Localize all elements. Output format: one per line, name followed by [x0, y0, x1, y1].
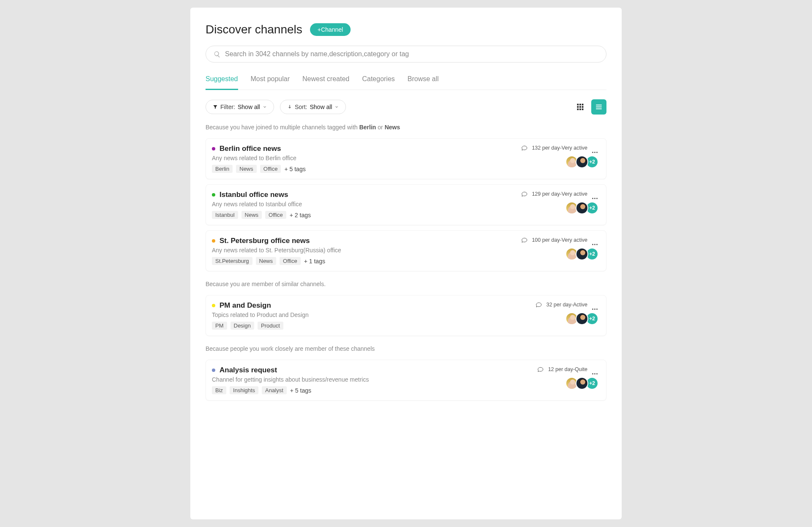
header: Discover channels +Channel	[206, 23, 606, 36]
channel-description: Any news related to Istanbul office	[212, 201, 521, 208]
channel-card[interactable]: PM and DesignTopics related to Product a…	[206, 295, 606, 336]
filter-button[interactable]: Filter: Show all	[206, 100, 274, 114]
channel-title: Istanbul office news	[219, 191, 288, 199]
grid-view-button[interactable]	[573, 99, 588, 115]
channel-title: Analysis request	[219, 366, 277, 374]
avatar	[576, 248, 588, 260]
comment-icon	[521, 145, 528, 151]
tab-newest-created[interactable]: Newest created	[302, 72, 349, 90]
comment-icon	[537, 366, 544, 373]
tag[interactable]: Office	[280, 257, 301, 265]
member-avatars[interactable]: +2	[565, 377, 598, 390]
tag[interactable]: PM	[212, 322, 227, 330]
svg-rect-3	[577, 106, 579, 108]
tags-row: IstanbulNewsOffice+ 2 tags	[212, 211, 521, 219]
more-options-button[interactable]	[592, 193, 598, 195]
tags-row: PMDesignProduct	[212, 322, 522, 330]
tab-suggested[interactable]: Suggested	[206, 72, 238, 90]
channel-description: Any news related to St. Petersburg(Russi…	[212, 247, 521, 254]
tab-most-popular[interactable]: Most popular	[251, 72, 290, 90]
list-view-button[interactable]	[591, 99, 606, 115]
sort-arrow-down-icon	[287, 104, 292, 109]
tag[interactable]: St.Petersburg	[212, 257, 252, 265]
channel-color-dot	[212, 239, 215, 243]
reason-term: News	[384, 124, 400, 131]
comment-icon	[521, 237, 528, 243]
chevron-down-icon	[335, 105, 339, 109]
tag[interactable]: Product	[258, 322, 283, 330]
channel-meta: 32 per day-Active+2	[522, 301, 598, 330]
tag[interactable]: Inshights	[230, 386, 258, 394]
tab-browse-all[interactable]: Browse all	[408, 72, 439, 90]
svg-rect-5	[582, 106, 584, 108]
channel-title: PM and Design	[219, 301, 271, 310]
activity-row: 129 per day-Very active	[521, 191, 598, 197]
svg-rect-7	[579, 109, 581, 110]
tab-categories[interactable]: Categories	[362, 72, 395, 90]
tag[interactable]: Analyst	[262, 386, 287, 394]
member-avatars[interactable]: +2	[565, 312, 598, 325]
chevron-down-icon	[263, 105, 267, 109]
tags-row: St.PetersburgNewsOffice+ 1 tags	[212, 257, 521, 265]
tags-row: BizInshightsAnalyst+ 5 tags	[212, 386, 522, 394]
channel-meta: 129 per day-Very active+2	[521, 191, 598, 219]
activity-text: 12 per day-Quite	[548, 366, 587, 372]
list-icon	[595, 103, 603, 111]
more-options-button[interactable]	[592, 304, 598, 306]
channel-main: St. Petersburg office newsAny news relat…	[212, 237, 521, 265]
section-reason: Because you have joined to multiple chan…	[206, 124, 606, 131]
svg-rect-4	[579, 106, 581, 108]
channel-main: Istanbul office newsAny news related to …	[212, 191, 521, 219]
tag[interactable]: News	[236, 165, 257, 173]
svg-rect-1	[579, 104, 581, 106]
channel-color-dot	[212, 147, 215, 150]
add-channel-button[interactable]: +Channel	[310, 23, 351, 36]
sort-button[interactable]: Sort: Show all	[280, 100, 346, 114]
more-options-button[interactable]	[592, 369, 598, 370]
channel-card[interactable]: Berlin office newsAny news related to Be…	[206, 138, 606, 179]
tag[interactable]: Office	[265, 211, 286, 219]
sort-value: Show all	[310, 104, 332, 110]
tag[interactable]: News	[241, 211, 262, 219]
activity-row: 12 per day-Quite	[537, 366, 598, 373]
channel-color-dot	[212, 369, 215, 372]
tabs: SuggestedMost popularNewest createdCateg…	[206, 72, 606, 90]
channel-main: Berlin office newsAny news related to Be…	[212, 145, 521, 173]
search-field[interactable]	[206, 46, 606, 63]
more-options-button[interactable]	[592, 147, 598, 149]
member-avatars[interactable]: +2	[565, 202, 598, 214]
grid-icon	[576, 103, 584, 111]
more-tags[interactable]: + 5 tags	[284, 166, 305, 172]
more-options-button[interactable]	[592, 239, 598, 241]
tag[interactable]: Biz	[212, 386, 226, 394]
filter-label: Filter:	[220, 104, 235, 110]
sort-label: Sort:	[295, 104, 307, 110]
channel-card[interactable]: Istanbul office newsAny news related to …	[206, 184, 606, 225]
tag[interactable]: Office	[260, 165, 281, 173]
more-tags[interactable]: + 2 tags	[290, 212, 311, 218]
channel-card[interactable]: St. Petersburg office newsAny news relat…	[206, 230, 606, 271]
filter-row: Filter: Show all Sort: Show all	[206, 99, 606, 115]
member-avatars[interactable]: +2	[565, 156, 598, 168]
channel-title: Berlin office news	[219, 145, 281, 153]
more-tags[interactable]: + 5 tags	[290, 387, 311, 394]
channel-title: St. Petersburg office news	[219, 237, 310, 245]
tag[interactable]: Berlin	[212, 165, 233, 173]
page-title: Discover channels	[206, 23, 302, 36]
tags-row: BerlinNewsOffice+ 5 tags	[212, 165, 521, 173]
activity-text: 100 per day-Very active	[532, 237, 587, 243]
avatar	[576, 377, 588, 390]
comment-icon	[521, 191, 528, 197]
tag[interactable]: News	[256, 257, 277, 265]
activity-row: 100 per day-Very active	[521, 237, 598, 243]
channel-main: Analysis requestChannel for getting insi…	[212, 366, 522, 394]
channel-card[interactable]: Analysis requestChannel for getting insi…	[206, 360, 606, 401]
more-tags[interactable]: + 1 tags	[304, 258, 325, 265]
member-avatars[interactable]: +2	[565, 248, 598, 260]
tag[interactable]: Design	[230, 322, 254, 330]
channel-color-dot	[212, 304, 215, 307]
channel-description: Channel for getting insights about busin…	[212, 376, 522, 383]
channel-description: Any news related to Berlin office	[212, 155, 521, 161]
search-input[interactable]	[225, 50, 598, 58]
tag[interactable]: Istanbul	[212, 211, 238, 219]
